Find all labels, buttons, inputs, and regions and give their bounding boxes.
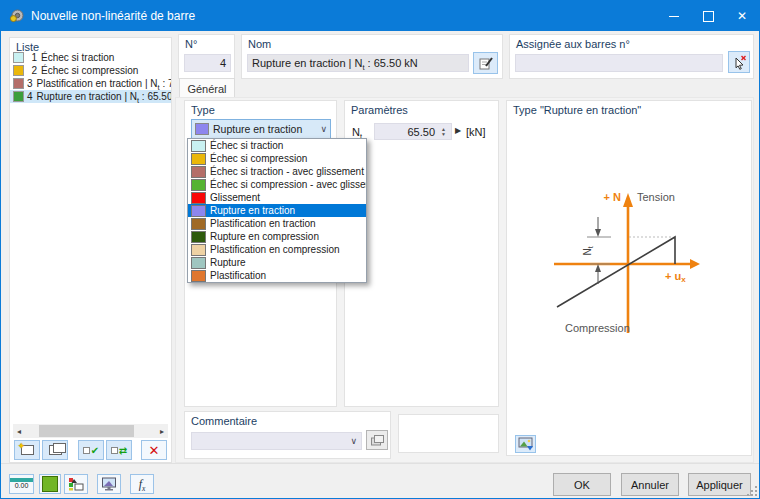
close-button[interactable]: ✕	[725, 1, 759, 31]
commentaire-caption: Commentaire	[191, 415, 257, 427]
color-swatch	[191, 231, 206, 243]
dropdown-option-4[interactable]: Échec si compression - avec glissement	[188, 178, 366, 191]
spinner-control[interactable]: ▲▼	[438, 125, 449, 139]
apply-button[interactable]: Appliquer	[688, 473, 751, 496]
scroll-left-icon[interactable]: ◂	[13, 427, 25, 436]
option-label: Échec si compression	[210, 153, 307, 164]
nonlinearity-list: 1 Échec si traction 2 Échec si compressi…	[10, 51, 171, 103]
dim-label-nt: Nt	[582, 246, 594, 255]
color-swatch	[191, 166, 206, 178]
scroll-right-icon[interactable]: ▸	[156, 427, 168, 436]
minimize-button[interactable]	[657, 1, 691, 31]
color-swatch	[191, 179, 206, 191]
fx-icon: fx	[139, 477, 146, 492]
type-combobox[interactable]: Rupture en traction ∨	[191, 119, 331, 139]
select-all-button[interactable]: ✔	[78, 440, 104, 460]
list-item-1[interactable]: 1 Échec si traction	[10, 51, 171, 64]
tab-general-label: Général	[187, 83, 226, 95]
edit-pencil-icon	[479, 56, 493, 70]
assignee-group: Assignée aux barres n°	[509, 34, 754, 79]
option-label: Échec si compression - avec glissement	[210, 179, 366, 190]
dropdown-option-1[interactable]: Échec si traction	[188, 139, 366, 152]
list-item-label: Plastification en traction | Nt : 7	[37, 78, 171, 89]
nom-caption: Nom	[248, 38, 271, 50]
monitor-icon	[101, 477, 117, 491]
option-label: Plastification	[210, 270, 266, 281]
type-caption: Type	[191, 104, 215, 116]
color-swatch	[191, 192, 206, 204]
option-label: Rupture en compression	[210, 231, 319, 242]
dropdown-option-2[interactable]: Échec si compression	[188, 152, 366, 165]
combo-selected-label: Rupture en traction	[213, 123, 318, 135]
list-item-3[interactable]: 3 Plastification en traction | Nt : 7	[10, 77, 171, 90]
display-settings-button[interactable]	[97, 474, 121, 494]
toggle-check-icon: ⇄	[111, 444, 127, 456]
numero-field[interactable]: 4	[184, 54, 231, 72]
dropdown-option-8[interactable]: Rupture en compression	[188, 230, 366, 243]
delete-item-button[interactable]: ✕	[141, 440, 167, 460]
color-swatch	[13, 91, 24, 102]
unit-label: [kN]	[466, 126, 486, 138]
option-label: Rupture	[210, 257, 246, 268]
nom-group: Nom Rupture en traction | Nt : 65.50 kN	[241, 34, 503, 79]
color-swatch	[191, 270, 206, 282]
dropdown-option-11[interactable]: Plastification	[188, 269, 366, 282]
tab-general[interactable]: Général	[179, 78, 235, 98]
commentaire-combobox[interactable]: ∨	[191, 432, 362, 450]
resize-grip[interactable]	[747, 486, 757, 496]
axis-ux-label: + ux	[665, 270, 686, 284]
footer-bar: 0.00 fx OK Annuler Ap	[1, 463, 759, 498]
color-swatch-button[interactable]	[39, 474, 61, 494]
pick-cursor-icon	[732, 55, 747, 70]
detail-arrow-icon[interactable]: ▶	[455, 126, 461, 135]
edit-name-button[interactable]	[473, 52, 498, 74]
list-item-4-selected[interactable]: 4 Rupture en traction | Nt : 65.50	[10, 90, 171, 103]
color-swatch	[191, 257, 206, 269]
commentaire-group: Commentaire ∨	[184, 411, 391, 459]
horizontal-scrollbar[interactable]: ◂ ▸	[13, 424, 168, 438]
ok-button[interactable]: OK	[553, 473, 611, 496]
formula-button[interactable]: fx	[130, 474, 154, 494]
new-item-button[interactable]: ✦	[14, 440, 40, 460]
dropdown-option-9[interactable]: Plastification en compression	[188, 243, 366, 256]
pick-members-button[interactable]	[728, 51, 750, 73]
dropdown-option-10[interactable]: Rupture	[188, 256, 366, 269]
dropdown-option-3[interactable]: Échec si traction - avec glissement	[188, 165, 366, 178]
dropdown-option-7[interactable]: Plastification en traction	[188, 217, 366, 230]
color-swatch	[13, 78, 24, 89]
color-swatch	[13, 52, 24, 63]
list-item-number: 4	[27, 91, 33, 102]
param-symbol: Nt	[352, 126, 362, 138]
titlebar[interactable]: Nouvelle non-linéarité de barre ✕	[1, 1, 759, 31]
apply-picture-button[interactable]	[515, 435, 536, 453]
invert-selection-button[interactable]: ⇄	[106, 440, 132, 460]
scrollbar-thumb[interactable]	[39, 425, 134, 437]
units-settings-button[interactable]: 0.00	[9, 474, 34, 494]
dropdown-option-5[interactable]: Glissement	[188, 191, 366, 204]
diagram-group: Type "Rupture en traction" Nt + N Tensio…	[506, 100, 752, 456]
dialog-nouvelle-non-linearite: Nouvelle non-linéarité de barre ✕ Liste …	[0, 0, 760, 499]
nt-value: 65.50	[407, 126, 435, 138]
diagram-caption: Type "Rupture en traction"	[513, 104, 641, 116]
copy-item-button[interactable]	[42, 440, 68, 460]
assign-colors-button[interactable]	[64, 474, 88, 494]
nom-field[interactable]: Rupture en traction | Nt : 65.50 kN	[247, 54, 469, 72]
list-item-2[interactable]: 2 Échec si compression	[10, 64, 171, 77]
liste-panel: Liste 1 Échec si traction 2 Échec si com…	[9, 37, 172, 463]
app-icon	[9, 8, 25, 24]
comment-templates-button[interactable]	[366, 430, 388, 450]
minimize-icon	[669, 16, 679, 17]
cancel-button[interactable]: Annuler	[621, 473, 679, 496]
list-item-label: Rupture en traction | Nt : 65.50	[37, 91, 171, 102]
option-label: Plastification en traction	[210, 218, 316, 229]
assignee-caption: Assignée aux barres n°	[516, 38, 630, 50]
maximize-button[interactable]	[691, 1, 725, 31]
color-swatch	[191, 153, 206, 165]
nt-value-field[interactable]: 65.50 ▲▼	[374, 123, 452, 140]
dropdown-option-6-highlighted[interactable]: Rupture en traction	[188, 204, 366, 217]
assignee-field[interactable]	[515, 54, 723, 72]
scrollbar-track[interactable]	[25, 424, 156, 438]
window-title: Nouvelle non-linéarité de barre	[31, 9, 195, 23]
delete-icon: ✕	[149, 444, 160, 457]
color-swatch	[191, 218, 206, 230]
